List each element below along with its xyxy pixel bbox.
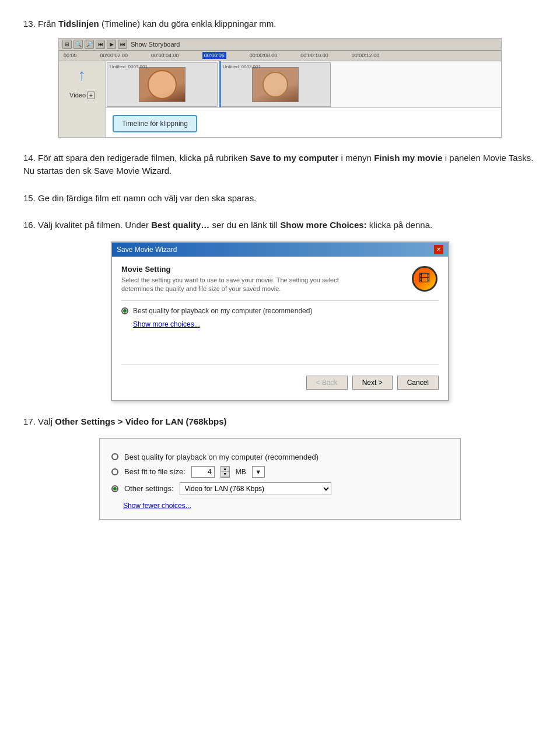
- radio-other-settings[interactable]: [111, 485, 118, 492]
- timeline-callout-area: Timeline för klippning: [106, 108, 501, 137]
- mb-label: MB: [236, 468, 246, 476]
- settings-fit-label: Best fit to file size:: [124, 467, 186, 476]
- tl-icon-1: ⊞: [62, 40, 72, 49]
- best-quality-bold: Best quality…: [151, 220, 209, 230]
- wizard-back-button[interactable]: < Back: [306, 376, 348, 390]
- section-14-text: 14. För att spara den redigerade filmen,…: [23, 152, 537, 178]
- clip1-thumbnail: [139, 67, 186, 102]
- section-16-number: 16.: [23, 220, 36, 230]
- wizard-titlebar: Save Movie Wizard ✕: [112, 243, 448, 257]
- timeline-screenshot: ⊞ 🔍 🔎 ⏮ ▶ ⏭ Show Storyboard 00:00 00:00:…: [58, 38, 502, 138]
- timeline-ruler: 00:00 00:00:02.00 00:00:04.00 00:00:06 0…: [59, 51, 501, 61]
- show-fewer-choices-link[interactable]: Show fewer choices...: [123, 502, 191, 510]
- timeline-topbar: ⊞ 🔍 🔎 ⏮ ▶ ⏭ Show Storyboard: [59, 38, 501, 51]
- other-settings-bold: Other Settings > Video for LAN (768kbps): [55, 416, 226, 426]
- section-17-text: 17. Välj Other Settings > Video for LAN …: [23, 415, 537, 429]
- timeline-content: ↑ Video + Untitled_0003 001: [59, 61, 501, 137]
- settings-row-fit: Best fit to file size: ▲ ▼ MB ▼: [111, 466, 449, 478]
- wizard-body: Movie Setting Select the setting you wan…: [112, 257, 448, 401]
- show-more-choices-link[interactable]: Show more choices...: [133, 320, 200, 328]
- wizard-film-icon: 🎞: [411, 265, 439, 293]
- tl-icon-5: ▶: [107, 40, 116, 49]
- wizard-next-button[interactable]: Next >: [352, 376, 393, 390]
- wizard-option-best[interactable]: Best quality for playback on my computer…: [121, 307, 439, 315]
- timeline-clip-1: Untitled_0003 001: [107, 62, 218, 107]
- tl-icon-4: ⏮: [96, 40, 105, 49]
- timeline-playhead: [219, 61, 221, 107]
- tl-icon-3: 🔎: [85, 40, 94, 49]
- radio-fit-size[interactable]: [111, 468, 118, 475]
- section-15-number: 15.: [23, 193, 36, 203]
- section-14: 14. För att spara den redigerade filmen,…: [23, 152, 537, 178]
- tl-icon-6: ⏭: [118, 40, 127, 49]
- storyboard-label: Show Storyboard: [131, 41, 180, 48]
- clip2-thumbnail: [252, 67, 299, 102]
- tidslinjen-bold: Tidslinjen: [58, 19, 99, 29]
- wizard-header-text: Movie Setting Select the setting you wan…: [121, 265, 343, 294]
- clip1-label: Untitled_0003 001: [110, 64, 148, 69]
- settings-screenshot: Best quality for playback on my computer…: [99, 438, 461, 520]
- wizard-description: Select the setting you want to use to sa…: [121, 276, 343, 294]
- best-quality-label: Best quality for playback on my computer…: [133, 307, 312, 315]
- section-13: 13. Från Tidslinjen (Timeline) kan du gö…: [23, 17, 537, 138]
- wizard-divider: [121, 300, 439, 301]
- mb-dropdown[interactable]: ▼: [252, 466, 265, 478]
- timeline-left-panel: ↑ Video +: [59, 61, 106, 137]
- wizard-movie-setting-title: Movie Setting: [121, 265, 343, 274]
- wizard-close-button[interactable]: ✕: [434, 245, 443, 254]
- timeline-arrow-icon: ↑: [78, 67, 86, 83]
- section-number: 13.: [23, 19, 36, 29]
- timeline-callout-label: Timeline för klippning: [113, 115, 197, 132]
- section-15-text: 15. Ge din färdiga film ett namn och väl…: [23, 192, 537, 205]
- wizard-nav: < Back Next > Cancel: [121, 371, 439, 392]
- file-size-input[interactable]: [191, 466, 215, 478]
- wizard-divider-2: [121, 365, 439, 365]
- section-17: 17. Välj Other Settings > Video for LAN …: [23, 415, 537, 520]
- spinbox-down-button[interactable]: ▼: [221, 472, 229, 477]
- settings-best-quality-label: Best quality for playback on my computer…: [124, 453, 318, 461]
- save-movie-wizard-screenshot: Save Movie Wizard ✕ Movie Setting Select…: [111, 241, 449, 402]
- settings-row-other: Other settings: Video for LAN (768 Kbps): [111, 482, 449, 495]
- film-reel-icon: 🎞: [412, 266, 438, 292]
- video-label: Video +: [69, 92, 94, 99]
- section-17-number: 17.: [23, 416, 36, 426]
- wizard-title: Save Movie Wizard: [117, 246, 177, 254]
- wizard-header: Movie Setting Select the setting you wan…: [121, 265, 439, 294]
- timeline-clip-2: Untitled_0003 001: [220, 62, 331, 107]
- radio-best-quality[interactable]: [121, 307, 128, 314]
- section-15: 15. Ge din färdiga film ett namn och väl…: [23, 192, 537, 205]
- tl-icon-2: 🔍: [74, 40, 83, 49]
- timeline-icons: ⊞ 🔍 🔎 ⏮ ▶ ⏭: [62, 40, 127, 49]
- save-to-computer-bold: Save to my computer: [250, 153, 339, 163]
- show-more-choices-area: Show more choices...: [121, 318, 439, 328]
- section-14-number: 14.: [23, 153, 36, 163]
- settings-other-select[interactable]: Video for LAN (768 Kbps): [180, 482, 331, 495]
- section-16: 16. Välj kvalitet på filmen. Under Best …: [23, 219, 537, 401]
- spinbox: ▲ ▼: [220, 466, 230, 478]
- settings-other-label: Other settings:: [124, 484, 174, 493]
- show-fewer-area: Show fewer choices...: [111, 500, 449, 510]
- section-13-text: 13. Från Tidslinjen (Timeline) kan du gö…: [23, 17, 537, 31]
- section-16-text: 16. Välj kvalitet på filmen. Under Best …: [23, 219, 537, 232]
- wizard-cancel-button[interactable]: Cancel: [397, 376, 439, 390]
- timeline-track-area: Untitled_0003 001 Untitled_0003 001: [106, 61, 501, 137]
- timeline-track: Untitled_0003 001 Untitled_0003 001: [106, 61, 501, 108]
- spinbox-up-button[interactable]: ▲: [221, 467, 229, 472]
- settings-row-best: Best quality for playback on my computer…: [111, 453, 449, 461]
- show-more-bold: Show more Choices:: [280, 220, 366, 230]
- clip2-label: Untitled_0003 001: [223, 64, 261, 69]
- finish-my-movie-bold: Finish my movie: [374, 153, 443, 163]
- radio-best-quality-2[interactable]: [111, 453, 118, 460]
- wizard-spacer: [121, 335, 439, 359]
